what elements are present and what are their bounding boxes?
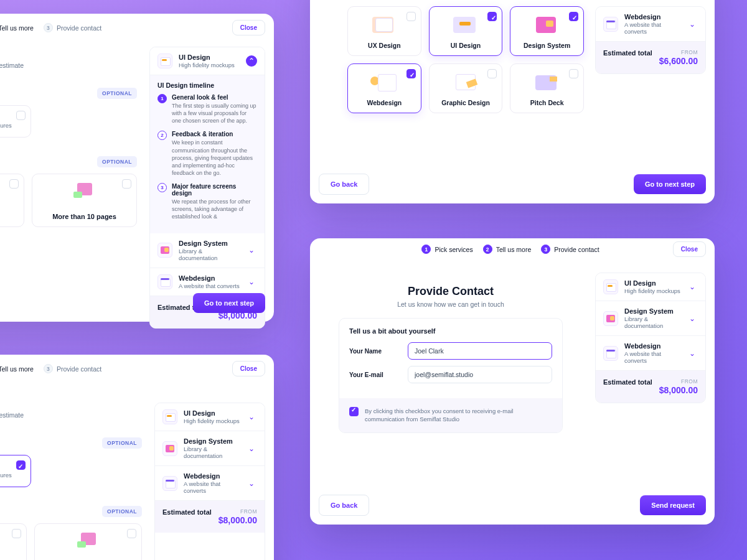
panel-tell-us-more: 1Pick services 2Tell us more 3Provide co… [0, 355, 274, 560]
go-next-button[interactable]: Go to next step [634, 174, 706, 194]
summary-sidebar: UI DesignHigh fidelity mockups ⌄ Design … [595, 273, 706, 403]
name-input[interactable] [408, 342, 552, 360]
chevron-down-icon[interactable]: ⌄ [687, 281, 698, 292]
chevron-down-icon[interactable]: ⌄ [246, 245, 257, 256]
badge-optional: OPTIONAL [102, 506, 142, 517]
service-graphic[interactable]: Graphic Design [429, 63, 503, 113]
checkbox-icon [406, 12, 416, 21]
name-label: Your Name [349, 348, 395, 355]
service-webdesign[interactable]: Webdesign [347, 63, 421, 113]
close-button[interactable]: Close [673, 241, 706, 257]
estimated-total: Estimated total FROM$8,000.00 [596, 371, 705, 403]
option-complex[interactable]: Complex Multiple features [0, 455, 31, 487]
chevron-down-icon[interactable]: ⌄ [246, 276, 257, 287]
web-icon [603, 17, 618, 32]
contact-form: Tell us a bit about yourself Your Name Y… [339, 318, 563, 433]
service-ux[interactable]: UX Design [347, 6, 421, 56]
close-button[interactable]: Close [232, 20, 265, 35]
chevron-down-icon[interactable]: ⌄ [246, 411, 257, 422]
stepper: 1Pick services 2Tell us more 3Provide co… [0, 23, 101, 32]
design-system-icon [162, 441, 177, 456]
topbar: 1Pick services 2Tell us more 3Provide co… [0, 14, 274, 42]
stepper: 1Pick services 2Tell us more 3Provide co… [0, 364, 101, 373]
step-tell-us-more[interactable]: 2Tell us more [483, 245, 532, 254]
checkbox-icon [122, 179, 131, 189]
design-system-icon [533, 14, 561, 37]
panel-pick-services: UX Design UI Design Design System Webdes… [310, 0, 715, 203]
consent-row[interactable]: By clicking this checkbox you consent to… [339, 398, 562, 432]
sidebar-item-ui[interactable]: UI DesignHigh fidelity mockups ⌄ [596, 273, 705, 301]
panel-tell-us-more-expanded: 1Pick services 2Tell us more 3Provide co… [0, 14, 274, 322]
chevron-up-icon[interactable]: ⌃ [246, 55, 257, 67]
web-icon [157, 274, 172, 289]
service-ui[interactable]: UI Design [429, 6, 503, 56]
sidebar-item-web[interactable]: WebdesignA website that converts ⌄ [150, 268, 265, 296]
graphic-icon [452, 72, 479, 94]
service-pitch-deck[interactable]: Pitch Deck [510, 63, 584, 113]
step-tell-us-more[interactable]: 2Tell us more [0, 23, 34, 32]
sidebar-item-ui[interactable]: UI DesignHigh fidelity mockups ⌄ [155, 403, 265, 431]
estimated-total: Estimated total FROM$8,000.00 [155, 501, 265, 533]
checkbox-icon [406, 69, 416, 78]
checkbox-icon [569, 12, 578, 21]
checkbox-icon [9, 179, 19, 189]
web-icon [370, 72, 398, 94]
sidebar-item-web[interactable]: WebdesignA website that converts ⌄ [596, 7, 705, 42]
option-under-10[interactable]: Under 10 pages [0, 174, 24, 227]
close-button[interactable]: Close [232, 361, 265, 376]
timeline: UI Design timeline 1 General look & feel… [150, 75, 265, 233]
chevron-down-icon[interactable]: ⌄ [687, 313, 698, 324]
ui-icon [603, 279, 618, 294]
sidebar-item-ds[interactable]: Design SystemLibrary & documentation ⌄ [155, 431, 265, 466]
design-system-icon [603, 311, 618, 326]
page-title: Tell us more [0, 47, 137, 59]
timeline-step-3: 3 Major feature screens designWe repeat … [157, 183, 257, 220]
page-subtitle: project for a more accurate estimate [0, 411, 142, 419]
step-pick-services[interactable]: 1Pick services [421, 245, 472, 254]
option-complex[interactable]: Complex Multiple features [0, 105, 31, 138]
ux-icon [370, 14, 398, 37]
go-next-button[interactable]: Go to next step [193, 293, 265, 313]
ui-icon [157, 54, 172, 68]
chevron-down-icon[interactable]: ⌄ [687, 348, 698, 359]
send-request-button[interactable]: Send request [640, 495, 706, 515]
sidebar-item-ds[interactable]: Design SystemLibrary & documentation ⌄ [150, 233, 265, 268]
service-design-system[interactable]: Design System [510, 6, 584, 56]
go-back-button[interactable]: Go back [319, 495, 369, 516]
page-title: Provide Contact [319, 285, 583, 298]
sidebar-item-web[interactable]: WebdesignA website that converts ⌄ [596, 336, 705, 371]
badge-optional: OPTIONAL [97, 156, 137, 167]
estimated-total: Estimated total FROM$6,600.00 [596, 42, 705, 73]
chevron-down-icon[interactable]: ⌄ [246, 443, 257, 454]
option-over-10[interactable]: More than 10 pages [34, 523, 142, 560]
panel-provide-contact: 1Pick services 2Tell us more 3Provide co… [310, 238, 715, 525]
go-back-button[interactable]: Go back [319, 174, 369, 195]
step-tell-us-more[interactable]: 2Tell us more [0, 364, 34, 373]
timeline-title: UI Design timeline [157, 82, 257, 89]
step-provide-contact[interactable]: 3Provide contact [44, 23, 101, 32]
option-under-10[interactable]: Under 10 pages [0, 523, 27, 560]
sidebar-item-web[interactable]: WebdesignA website that converts ⌄ [155, 466, 265, 501]
step-provide-contact[interactable]: 3Provide contact [44, 364, 101, 373]
consent-checkbox[interactable] [349, 407, 359, 416]
form-section-title: Tell us a bit about yourself [349, 327, 552, 335]
design-system-icon [157, 243, 172, 258]
summary-sidebar: UI DesignHigh fidelity mockups ⌄ Design … [154, 403, 265, 560]
web-icon [603, 346, 618, 361]
checkbox-icon [16, 460, 26, 470]
email-label: Your E-mail [349, 371, 395, 378]
summary-sidebar: WebdesignA website that converts ⌄ Estim… [595, 6, 706, 74]
option-over-10[interactable]: More than 10 pages [32, 174, 137, 227]
checkbox-icon [569, 69, 578, 78]
chevron-down-icon[interactable]: ⌄ [687, 19, 698, 30]
chevron-down-icon[interactable]: ⌄ [246, 478, 257, 489]
consent-text: By clicking this checkbox you consent to… [365, 407, 552, 424]
ui-icon [452, 14, 479, 37]
step-provide-contact[interactable]: 3Provide contact [541, 245, 599, 254]
topbar: 1Pick services 2Tell us more 3Provide co… [310, 238, 715, 260]
email-input[interactable] [408, 366, 552, 383]
summary-sidebar: UI DesignHigh fidelity mockups ⌃ UI Desi… [149, 47, 265, 329]
sidebar-item-ui[interactable]: UI DesignHigh fidelity mockups ⌃ [150, 47, 265, 75]
sidebar-item-ds[interactable]: Design SystemLibrary & documentation ⌄ [596, 301, 705, 336]
stepper: 1Pick services 2Tell us more 3Provide co… [421, 245, 599, 254]
